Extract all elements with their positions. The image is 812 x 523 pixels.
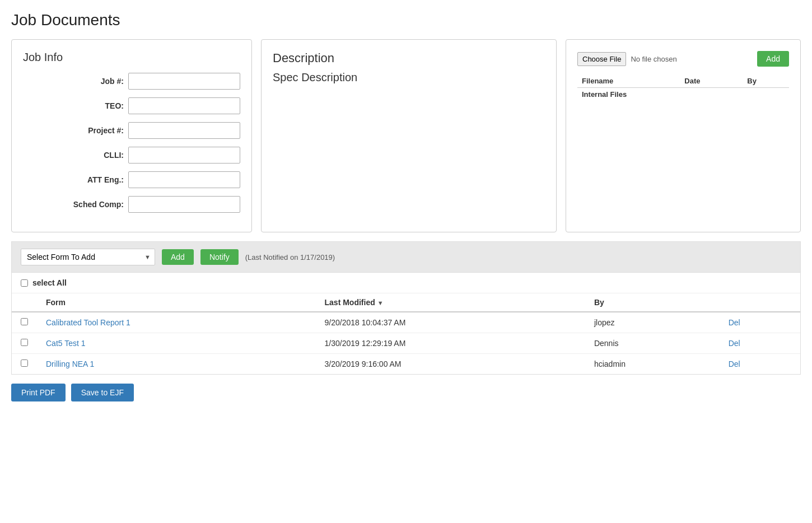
row-del-cell: Del	[720, 312, 800, 333]
form-link-1[interactable]: Cat5 Test 1	[46, 339, 86, 348]
file-add-button[interactable]: Add	[757, 51, 789, 67]
select-form-wrapper: Select Form To Add ▼	[21, 249, 155, 265]
forms-col-by: By	[585, 293, 720, 312]
row-checkbox-cell	[12, 354, 37, 375]
att-eng-input[interactable]	[128, 171, 240, 188]
row-form-name: Drilling NEA 1	[37, 354, 316, 375]
row-by: jlopez	[585, 312, 720, 333]
row-last-modified: 3/20/2019 9:16:00 AM	[316, 354, 585, 375]
form-link-2[interactable]: Drilling NEA 1	[46, 359, 94, 368]
select-all-label: select All	[32, 278, 67, 287]
sched-comp-input[interactable]	[128, 196, 240, 213]
del-link-1[interactable]: Del	[729, 339, 740, 348]
forms-col-form: Form	[37, 293, 316, 312]
att-eng-label: ATT Eng.:	[68, 175, 124, 184]
project-number-label: Project #:	[68, 126, 124, 135]
spec-description-heading: Spec Description	[273, 71, 545, 84]
files-table: Filename Date By Internal Files	[577, 74, 789, 101]
description-panel: Description Spec Description	[261, 39, 557, 232]
teo-label: TEO:	[68, 101, 124, 110]
field-row-att-eng: ATT Eng.:	[23, 171, 240, 188]
clli-label: CLLI:	[68, 151, 124, 160]
form-add-button[interactable]: Add	[162, 249, 194, 265]
row-by: hciadmin	[585, 354, 720, 375]
forms-table: Form Last Modified ▼ By Calibrated Tool …	[12, 293, 800, 374]
row-last-modified: 9/20/2018 10:04:37 AM	[316, 312, 585, 333]
del-link-0[interactable]: Del	[729, 318, 740, 327]
row-checkbox-cell	[12, 312, 37, 333]
files-col-by: By	[743, 74, 789, 88]
job-info-heading: Job Info	[23, 51, 240, 64]
sched-comp-label: Sched Comp:	[68, 200, 124, 209]
project-number-input[interactable]	[128, 122, 240, 139]
page-title: Job Documents	[11, 11, 801, 29]
save-ejf-button[interactable]: Save to EJF	[71, 384, 134, 401]
forms-section: select All Form Last Modified ▼ By Calib…	[11, 272, 801, 375]
row-form-name: Calibrated Tool Report 1	[37, 312, 316, 333]
job-number-label: Job #:	[68, 77, 124, 86]
choose-file-button[interactable]: Choose File	[577, 52, 626, 66]
row-last-modified: 1/30/2019 12:29:19 AM	[316, 333, 585, 354]
row-checkbox-2[interactable]	[21, 359, 28, 367]
select-all-row: select All	[12, 273, 800, 293]
forms-table-header: Form Last Modified ▼ By	[12, 293, 800, 312]
field-row-clli: CLLI:	[23, 147, 240, 164]
files-panel: Choose File No file chosen Add Filename …	[566, 39, 801, 232]
job-info-panel: Job Info Job #: TEO: Project #: CLLI: AT…	[11, 39, 252, 232]
forms-toolbar: Select Form To Add ▼ Add Notify (Last No…	[11, 241, 801, 272]
row-form-name: Cat5 Test 1	[37, 333, 316, 354]
description-heading: Description	[273, 51, 545, 66]
last-notified-text: (Last Notified on 1/17/2019)	[245, 253, 335, 262]
files-col-date: Date	[680, 74, 743, 88]
row-checkbox-cell	[12, 333, 37, 354]
select-form-dropdown[interactable]: Select Form To Add	[21, 249, 155, 265]
internal-files-label: Internal Files	[577, 88, 789, 101]
table-row: Cat5 Test 1 1/30/2019 12:29:19 AM Dennis…	[12, 333, 800, 354]
select-all-checkbox[interactable]	[21, 279, 28, 287]
teo-input[interactable]	[128, 97, 240, 114]
row-by: Dennis	[585, 333, 720, 354]
clli-input[interactable]	[128, 147, 240, 164]
print-pdf-button[interactable]: Print PDF	[11, 384, 66, 401]
field-row-teo: TEO:	[23, 97, 240, 114]
forms-col-del	[720, 293, 800, 312]
file-upload-row: Choose File No file chosen Add	[577, 51, 789, 67]
field-row-sched-comp: Sched Comp:	[23, 196, 240, 213]
table-row: Drilling NEA 1 3/20/2019 9:16:00 AM hcia…	[12, 354, 800, 375]
forms-col-last-modified: Last Modified ▼	[316, 293, 585, 312]
bottom-actions: Print PDF Save to EJF	[11, 375, 801, 410]
field-row-project: Project #:	[23, 122, 240, 139]
files-col-filename: Filename	[577, 74, 680, 88]
del-link-2[interactable]: Del	[729, 359, 740, 368]
field-row-job-number: Job #:	[23, 73, 240, 90]
forms-col-checkbox	[12, 293, 37, 312]
sort-indicator-icon: ▼	[377, 300, 384, 306]
job-number-input[interactable]	[128, 73, 240, 90]
row-del-cell: Del	[720, 354, 800, 375]
table-row: Calibrated Tool Report 1 9/20/2018 10:04…	[12, 312, 800, 333]
no-file-text: No file chosen	[631, 55, 753, 63]
notify-button[interactable]: Notify	[200, 249, 239, 265]
form-link-0[interactable]: Calibrated Tool Report 1	[46, 318, 130, 327]
row-checkbox-0[interactable]	[21, 318, 28, 325]
row-del-cell: Del	[720, 333, 800, 354]
row-checkbox-1[interactable]	[21, 339, 28, 346]
